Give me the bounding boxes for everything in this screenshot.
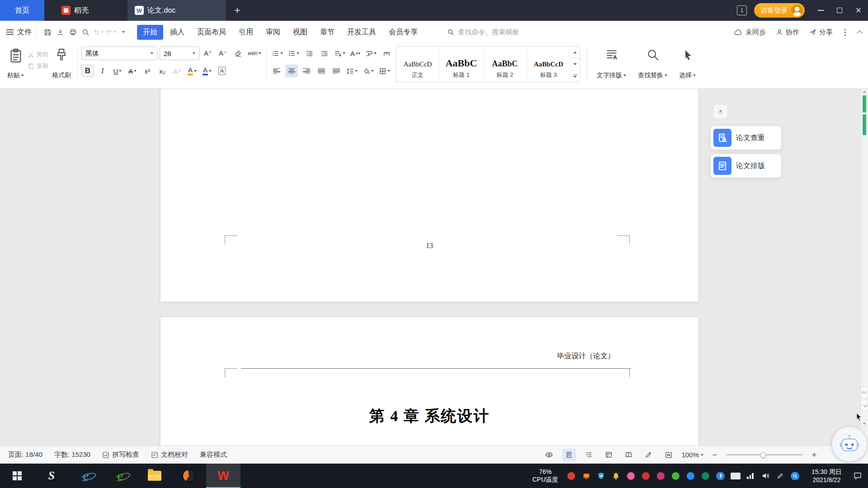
tab-home[interactable]: 首页	[0, 0, 44, 21]
asian-layout-button[interactable]	[333, 47, 347, 60]
share-button[interactable]: 分享	[809, 28, 833, 37]
page-view-button[interactable]	[562, 449, 576, 461]
redo-button[interactable]	[104, 26, 117, 38]
style-scroll-down-button[interactable]	[571, 58, 580, 70]
document-page-13[interactable]: 13	[160, 89, 698, 302]
highlight-color-button[interactable]: A	[186, 65, 198, 77]
network-icon[interactable]	[745, 470, 756, 482]
zoom-out-button[interactable]: −	[710, 450, 720, 460]
ribbon-tab-dev-tools[interactable]: 开发工具	[341, 25, 382, 40]
tray-search-icon[interactable]	[789, 470, 801, 482]
tray-icon-magenta[interactable]	[655, 470, 666, 482]
style-heading3[interactable]: AaBbCcD 标题 3	[527, 47, 571, 82]
subscript-button[interactable]: x₂	[156, 65, 169, 77]
italic-button[interactable]: I	[96, 65, 109, 77]
underline-button[interactable]: U	[111, 65, 124, 77]
maximize-button[interactable]	[830, 0, 849, 21]
ribbon-tab-review[interactable]: 审阅	[260, 25, 286, 40]
strikethrough-button[interactable]: A	[126, 65, 139, 77]
document-page-14[interactable]: 毕业设计（论文） 第 4 章 系统设计	[160, 317, 698, 446]
volume-icon[interactable]	[760, 470, 771, 482]
close-button[interactable]: ×	[849, 0, 868, 21]
decrease-indent-button[interactable]	[303, 47, 316, 60]
outline-view-button[interactable]	[582, 449, 596, 461]
style-heading2[interactable]: AaBbC 标题 2	[483, 47, 527, 82]
cut-button[interactable]: 剪切	[28, 51, 48, 59]
taskbar-app-dark[interactable]	[172, 464, 206, 488]
tab-stops-button[interactable]	[380, 47, 393, 60]
pinyin-guide-button[interactable]: wén	[246, 47, 263, 60]
keyboard-icon[interactable]	[730, 470, 741, 482]
action-center-button[interactable]	[847, 464, 868, 488]
save-button[interactable]	[41, 26, 54, 38]
tray-icon-blue[interactable]	[685, 470, 696, 482]
tray-icon-red[interactable]	[566, 470, 577, 482]
bold-button[interactable]: B	[81, 65, 94, 77]
print-button[interactable]	[66, 26, 79, 38]
numbering-button[interactable]	[287, 47, 301, 60]
style-heading1[interactable]: AaBbC 标题 1	[440, 47, 484, 82]
font-name-select[interactable]: 黑体	[81, 47, 157, 60]
font-size-select[interactable]: 28	[160, 47, 199, 60]
select-button[interactable]: 选择	[676, 46, 698, 81]
superscript-button[interactable]: x²	[141, 65, 154, 77]
character-scale-button[interactable]: A	[349, 47, 362, 60]
collaborate-button[interactable]: 协作	[776, 28, 799, 37]
style-scroll-up-button[interactable]	[571, 47, 580, 58]
export-button[interactable]	[54, 26, 66, 38]
zoom-in-button[interactable]: +	[809, 450, 819, 460]
cpu-temp-widget[interactable]: 76% CPU温度	[533, 468, 559, 484]
panel-collapse-button[interactable]	[713, 104, 728, 119]
taskbar-file-explorer[interactable]	[137, 464, 172, 488]
tab-docer[interactable]: 稻壳	[54, 0, 96, 21]
style-normal[interactable]: AaBbCcD 正文	[396, 47, 440, 82]
pen-input-icon[interactable]	[774, 470, 786, 482]
ribbon-tab-start[interactable]: 开始	[137, 25, 163, 40]
sync-status[interactable]: 未同步	[734, 28, 766, 37]
taskbar-app-s[interactable]: S	[34, 464, 69, 488]
tab-document[interactable]: W 论文.doc	[127, 0, 226, 21]
paste-button[interactable]: 粘贴	[5, 46, 27, 81]
ribbon-tab-section[interactable]: 章节	[314, 25, 340, 40]
tray-icon-shield[interactable]	[595, 470, 607, 482]
text-layout-button[interactable]: 文字排版	[594, 46, 629, 81]
scrollbar-thumb[interactable]	[863, 114, 866, 135]
tray-icon-green[interactable]	[670, 470, 681, 482]
thesis-layout-button[interactable]: 论文排版	[711, 154, 781, 178]
vertical-scrollbar[interactable]	[860, 89, 868, 446]
align-right-button[interactable]	[300, 65, 313, 77]
thesis-check-button[interactable]: 论文查重	[711, 126, 781, 150]
ink-annotate-button[interactable]	[642, 449, 656, 461]
bullets-button[interactable]	[270, 47, 284, 60]
tray-icon-screen[interactable]	[580, 470, 592, 482]
tray-icon-teal[interactable]	[700, 470, 711, 482]
justify-button[interactable]	[315, 65, 328, 77]
word-count[interactable]: 字数: 15230	[54, 450, 90, 459]
spellcheck-toggle[interactable]: 拼写检查	[102, 450, 139, 459]
scroll-down-arrow[interactable]	[861, 423, 868, 425]
zoom-slider[interactable]	[726, 454, 803, 455]
line-spacing-button[interactable]	[345, 65, 359, 77]
bluetooth-icon[interactable]	[715, 470, 726, 482]
page-indicator[interactable]: 页面: 18/40	[8, 450, 42, 459]
ribbon-tab-references[interactable]: 引用	[233, 25, 259, 40]
clear-format-button[interactable]	[231, 47, 244, 60]
ribbon-tab-member[interactable]: 会员专享	[383, 25, 424, 40]
find-replace-button[interactable]: 查找替换	[635, 46, 670, 81]
zoom-slider-thumb[interactable]	[760, 452, 766, 458]
text-effects-button[interactable]: A	[171, 65, 184, 77]
more-options-button[interactable]	[843, 29, 848, 36]
file-menu[interactable]: 文件	[6, 28, 32, 37]
borders-button[interactable]	[377, 65, 392, 77]
taskbar-clock[interactable]: 15:30 周日 2021/8/22	[811, 468, 842, 484]
increase-indent-button[interactable]	[318, 47, 330, 60]
align-center-button[interactable]	[285, 65, 298, 77]
web-view-button[interactable]	[602, 449, 616, 461]
command-search[interactable]: 查找命令、搜索模板	[447, 28, 554, 37]
font-color-button[interactable]: A	[201, 65, 213, 77]
scroll-up-arrow[interactable]	[861, 91, 868, 93]
zoom-level[interactable]: 100%	[682, 451, 703, 459]
assistant-robot-button[interactable]	[832, 427, 867, 462]
new-tab-button[interactable]: +	[228, 0, 247, 21]
ribbon-tab-insert[interactable]: 插入	[164, 25, 190, 40]
